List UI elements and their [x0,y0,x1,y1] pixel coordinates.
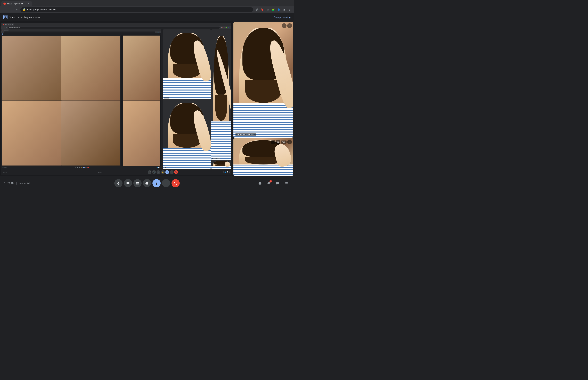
presenting-text: You're presenting to everyone [10,16,274,19]
ultra-toolbar: 11:22 AM | tnj-esni-ikb 🎤 📷 CC ✋ ⊡ ⋮ 📞 [1,166,161,169]
forward-button[interactable]: → [8,7,13,12]
inner-toolbar: 11:22 AM | tnj-esni-ikb 🎤 📷 CC ✋ ⊡ ⋮ 📞 ℹ [1,169,231,175]
ultra-deep-content [1,35,161,166]
refresh-button[interactable]: ↻ [14,7,19,12]
francois-tile-large: ··· ⤢ François Beaufort [233,22,293,138]
inner-expand: ⤢ [229,161,230,162]
tab-title: Meet - tnj-esni-ikb [7,2,26,5]
profile-icon[interactable]: 👤 [276,7,281,12]
nested-omnibar: ← → ↻ meet.google.com/tnj-esni-ikb 📽 🔖 ☆… [1,26,231,29]
save-icon[interactable]: 🔖 [260,7,265,12]
grid-cell-2 [61,36,120,100]
tab-close-button[interactable]: ✕ [27,2,30,5]
deep-tile-francois: François Beaufort [163,29,211,99]
you-more-btn[interactable]: ··· [271,140,276,144]
mic-button[interactable] [114,179,122,187]
bottom-toolbar: 11:22 AM | tnj-esni-ikb [0,176,294,190]
toolbar-left: 11:22 AM | tnj-esni-ikb [4,182,38,185]
deep-francois-name: François Beaufort [164,97,170,98]
inner-toolbar-center: 🎤 📷 CC ✋ ⊡ ⋮ 📞 [148,170,178,174]
meeting-id: tnj-esni-ikb [19,182,30,185]
deep-francois-face [163,29,211,99]
side-panel-icon[interactable]: ▣ [282,7,286,12]
inner-chat: 💬 [227,171,228,173]
address-bar[interactable]: 🔒 meet.google.com/tnj-esni-ikb [20,7,253,12]
nested-address-bar: meet.google.com/tnj-esni-ikb [8,27,220,29]
ultra-tile1-video [123,36,160,100]
end-call-button[interactable] [171,179,180,187]
extensions-icon[interactable]: 🧩 [271,7,276,12]
url-text: meet.google.com/tnj-esni-ikb [27,8,56,11]
right-sidebar: ··· ⤢ François Beaufort ··· [233,21,294,176]
ultra-hand: ✋ [81,167,82,168]
deep-tab-text: Meet - tnj-esni-ikb [3,30,8,31]
more-options-button[interactable] [162,179,170,187]
people-button[interactable]: 3 [266,180,272,187]
nested-browser-actions: 📽 🔖 ☆ 🧩 👤 ⋮ [221,27,230,28]
inner-sep: | [52,172,52,173]
omnibar: ← → ↻ 🔒 meet.google.com/tnj-esni-ikb 📽 🔖… [0,6,294,13]
deep-tab-bar: Meet - tnj-esni-ikb [1,29,161,31]
svg-point-4 [166,184,166,185]
inner-francois-face [211,29,231,160]
browser-frame: Meet - tnj-esni-ikb ✕ + ← → ↻ 🔒 meet.goo… [0,0,294,13]
nested-save: 🔖 [222,27,224,28]
nested-back: ← [2,27,3,28]
deep-favicon [2,30,3,31]
francois-video-large [233,22,293,138]
meeting-info-button[interactable] [257,180,263,187]
active-tab[interactable]: Meet - tnj-esni-ikb ✕ [1,1,32,6]
ultra-right-participants [122,35,161,166]
svg-point-3 [166,183,166,184]
deep-right-participants: François Beaufort [163,29,211,169]
deep-meet-header: You're presenting to everyone Stop prese… [1,33,161,35]
browser-actions: 📽 🔖 ☆ 🧩 👤 ▣ ⋮ [255,7,292,12]
ultra-activities: ⊞ [159,167,160,168]
new-tab-button[interactable]: + [33,1,38,6]
francois-expand-btn[interactable]: ⤢ [287,23,292,28]
inner-francois-tile: François Beaufort [211,29,231,160]
inner-toolbar-right: ℹ 👥 💬 ⊞ [223,171,230,173]
inner-right-sidebar: François Beaufort [211,29,231,169]
star-icon[interactable]: ☆ [266,7,270,12]
inner-you-label: You [227,161,229,162]
cast-icon[interactable]: 📽 [255,7,259,12]
meet-header: You're presenting to everyone Stop prese… [0,13,294,21]
ultra-toolbar-center: 🎤 📷 CC ✋ ⊡ ⋮ 📞 [75,167,89,168]
back-button[interactable]: ← [2,7,7,12]
meeting-separator: | [16,182,17,185]
ultra-deep-grid [1,35,121,166]
raise-hand-button[interactable] [143,179,151,187]
chat-button[interactable] [274,180,281,187]
deep-address: meet.google.com/tnj-esni-ikb [4,32,155,33]
inner-activities: ⊞ [229,171,230,173]
inner-you-controls: You ⤢ [227,161,230,162]
stop-presenting-button[interactable]: Stop presenting [274,16,291,19]
you-tile: ··· You ⤢ [233,138,293,176]
deep-presenting-text: You're presenting to everyone [4,34,156,34]
camera-button[interactable] [124,179,132,187]
more-options-icon[interactable]: ⋮ [287,7,292,12]
nested-tab: Meet - tnj-esni-ikb [2,23,14,26]
ultra-screen [1,35,121,166]
inner-you-tile: You ⤢ [211,160,231,169]
deep-omnibar: ←→↻ meet.google.com/tnj-esni-ikb 📽 ☆ 🧩 👤… [1,31,161,33]
inner-present: ⊡ [165,170,169,174]
grid-cell-4 [61,101,120,166]
ultra-tile-2 [123,101,160,166]
inner-mic: 🎤 [148,170,152,174]
nested-tab-bar: Meet - tnj-esni-ikb + [1,23,231,26]
ultra-toolbar-right: ℹ 👥 💬 ⊞ [156,167,160,168]
you-expand-btn[interactable]: ⤢ [287,140,292,144]
svg-rect-0 [4,16,6,18]
francois-more-btn[interactable]: ··· [282,23,286,28]
nested-forward: → [4,27,5,28]
captions-button[interactable] [133,179,142,187]
activities-button[interactable] [283,180,290,187]
inner-meeting-id: tnj-esni-ikb [98,172,102,173]
lock-icon: 🔒 [22,8,26,11]
cell4-video [61,101,120,166]
present-button[interactable] [152,179,161,187]
deep-tile-you: You [163,99,211,169]
deep-back: ←→↻ [2,32,4,33]
